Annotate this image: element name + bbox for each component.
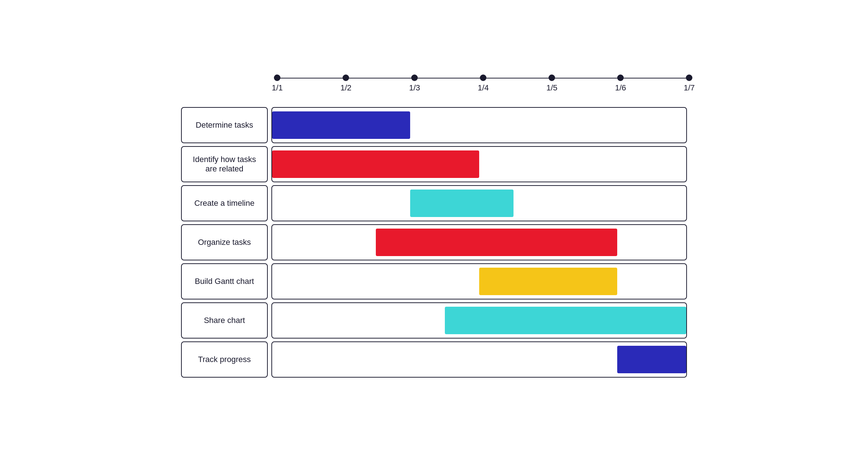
task-chart-build-gantt [271,263,687,299]
tick-1/7: 1/7 [684,75,695,100]
task-row-identify-tasks: Identify how tasks are related [181,146,687,182]
task-bar-build-gantt [479,268,617,295]
task-label-track-progress: Track progress [181,341,268,378]
tick-dot [617,75,624,81]
tasks-container: Determine tasksIdentify how tasks are re… [181,107,687,378]
tick-dot [274,75,280,81]
tick-label: 1/7 [684,83,695,93]
task-row-share-chart: Share chart [181,302,687,339]
tick-dot [549,75,555,81]
task-label-identify-tasks: Identify how tasks are related [181,146,268,182]
tick-dot [411,75,418,81]
task-row-track-progress: Track progress [181,341,687,378]
tick-label: 1/4 [478,83,489,93]
task-bar-track-progress [617,346,686,373]
task-bar-create-timeline [410,190,514,217]
task-chart-identify-tasks [271,146,687,182]
task-row-determine-tasks: Determine tasks [181,107,687,143]
tick-1/1: 1/1 [272,75,283,100]
task-label-share-chart: Share chart [181,302,268,339]
task-row-create-timeline: Create a timeline [181,185,687,221]
tick-dot [343,75,349,81]
task-row-build-gantt: Build Gantt chart [181,263,687,299]
task-chart-track-progress [271,341,687,378]
task-chart-organize-tasks [271,224,687,260]
tick-1/5: 1/5 [546,75,558,100]
task-chart-create-timeline [271,185,687,221]
tick-label: 1/6 [615,83,626,93]
tick-label: 1/5 [546,83,558,93]
timeline-label-spacer [181,75,275,100]
task-label-build-gantt: Build Gantt chart [181,263,268,299]
task-label-organize-tasks: Organize tasks [181,224,268,260]
tick-dot [686,75,692,81]
task-label-create-timeline: Create a timeline [181,185,268,221]
tick-label: 1/3 [409,83,420,93]
task-bar-identify-tasks [272,150,479,178]
tick-label: 1/1 [272,83,283,93]
task-chart-determine-tasks [271,107,687,143]
task-bar-determine-tasks [272,111,410,139]
task-row-organize-tasks: Organize tasks [181,224,687,260]
task-bar-organize-tasks [376,229,617,256]
tick-dot [480,75,486,81]
task-label-determine-tasks: Determine tasks [181,107,268,143]
timeline-ticks: 1/11/21/31/41/51/61/7 [275,75,687,100]
tick-1/6: 1/6 [615,75,626,100]
tick-1/3: 1/3 [409,75,420,100]
tick-label: 1/2 [340,83,352,93]
tick-1/4: 1/4 [478,75,489,100]
timeline-header: 1/11/21/31/41/51/61/7 [181,75,687,100]
gantt-container: 1/11/21/31/41/51/61/7 Determine tasksIde… [181,75,687,380]
tick-1/2: 1/2 [340,75,352,100]
task-chart-share-chart [271,302,687,339]
task-bar-share-chart [445,307,686,334]
